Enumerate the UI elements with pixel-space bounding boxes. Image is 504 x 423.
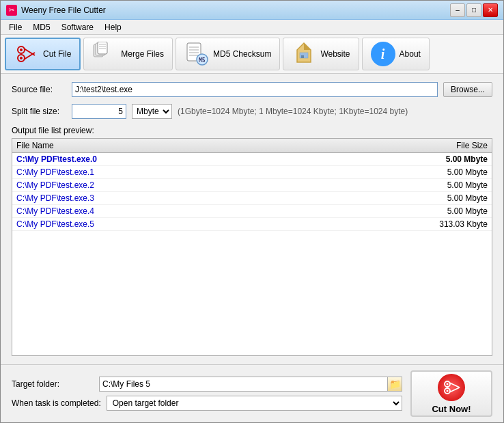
toolbar-merge-files[interactable]: Merge Files [83,38,173,70]
table-row: C:\My PDF\test.exe.1 5.00 Mbyte [12,166,492,179]
preview-label: Output file list preview: [12,126,492,135]
target-folder-row: Target folder: 📁 [12,377,402,392]
cut-file-icon [14,42,39,66]
main-content: Source file: Browse... Split file size: … [1,74,503,364]
toolbar-md5-checksum[interactable]: M5 MD5 Checksum [176,38,280,70]
table-body: C:\My PDF\test.exe.0 5.00 Mbyte C:\My PD… [12,153,492,310]
table-cell-name: C:\My PDF\test.exe.5 [16,219,406,229]
table-row: C:\My PDF\test.exe.4 5.00 Mbyte [12,205,492,218]
merge-files-label: Merge Files [121,49,164,59]
cut-now-icon [438,374,465,401]
table-cell-size: 5.00 Mbyte [406,180,488,190]
svg-line-25 [449,383,460,387]
maximize-button[interactable]: □ [466,3,481,17]
folder-input-wrap: 📁 [99,377,402,392]
window-controls: – □ ✕ [450,3,498,17]
split-label: Split file size: [12,107,66,116]
website-icon [292,42,316,66]
menu-md5[interactable]: MD5 [27,21,55,33]
table-cell-name: C:\My PDF\test.exe.3 [16,193,406,203]
folder-browse-button[interactable]: 📁 [387,377,402,392]
svg-line-3 [24,53,35,59]
cut-now-label: Cut Now! [432,404,471,414]
bottom-bar: Target folder: 📁 When task is completed:… [1,364,503,422]
svg-point-28 [447,390,449,392]
website-label: Website [320,49,350,59]
split-size-row: Split file size: Byte Kbyte Mbyte Gbyte … [12,104,492,119]
source-label: Source file: [12,85,66,94]
col-header-name: File Name [16,141,406,150]
about-label: About [400,49,421,59]
table-cell-name: C:\My PDF\test.exe.4 [16,206,406,216]
svg-marker-20 [304,43,311,50]
table-cell-size: 5.00 Mbyte [406,154,488,164]
window-title: Weeny Free File Cutter [21,5,106,15]
menu-file[interactable]: File [3,21,27,33]
toolbar-about[interactable]: i About [362,38,430,70]
title-bar-left: ✂ Weeny Free File Cutter [6,5,106,16]
toolbar: Cut File Merge Files [1,35,503,74]
svg-point-4 [20,49,23,51]
bottom-left: Target folder: 📁 When task is completed:… [12,377,402,411]
svg-text:M5: M5 [199,57,206,64]
split-unit-select[interactable]: Byte Kbyte Mbyte Gbyte [132,104,172,119]
merge-files-icon [92,42,117,66]
table-cell-size: 313.03 Kbyte [406,219,488,229]
toolbar-cut-file[interactable]: Cut File [5,38,81,70]
app-icon: ✂ [6,5,17,16]
browse-button[interactable]: Browse... [443,82,492,97]
table-cell-name: C:\My PDF\test.exe.0 [16,154,406,164]
cut-now-button[interactable]: Cut Now! [410,370,492,417]
table-cell-size: 5.00 Mbyte [406,206,488,216]
svg-rect-8 [98,42,107,54]
table-row: C:\My PDF\test.exe.0 5.00 Mbyte [12,153,492,166]
md5-checksum-icon: M5 [184,42,209,66]
minimize-button[interactable]: – [450,3,465,17]
svg-line-26 [449,387,460,392]
source-input[interactable] [72,82,438,97]
svg-point-5 [20,57,23,59]
menu-help[interactable]: Help [99,21,127,33]
task-label: When task is completed: [12,398,101,408]
preview-section: Output file list preview: File Name File… [12,126,492,356]
main-window: ✂ Weeny Free File Cutter – □ ✕ File MD5 … [0,0,504,423]
task-row: When task is completed: Open target fold… [12,396,402,411]
table-row: C:\My PDF\test.exe.5 313.03 Kbyte [12,218,492,231]
about-icon: i [371,42,395,66]
svg-point-27 [447,383,449,385]
table-cell-name: C:\My PDF\test.exe.2 [16,180,406,190]
table-header: File Name File Size [12,139,492,153]
table-cell-size: 5.00 Mbyte [406,167,488,177]
cut-file-label: Cut File [43,49,71,59]
col-header-size: File Size [406,141,488,150]
menu-software[interactable]: Software [56,21,99,33]
svg-rect-22 [301,55,304,58]
md5-label: MD5 Checksum [213,49,271,59]
table-cell-name: C:\My PDF\test.exe.1 [16,167,406,177]
split-size-input[interactable] [72,104,126,119]
file-table: File Name File Size C:\My PDF\test.exe.0… [12,138,492,356]
table-row: C:\My PDF\test.exe.2 5.00 Mbyte [12,179,492,192]
toolbar-website[interactable]: Website [283,38,359,70]
table-cell-size: 5.00 Mbyte [406,193,488,203]
menu-bar: File MD5 Software Help [1,20,503,35]
source-file-row: Source file: Browse... [12,82,492,97]
split-hint: (1Gbyte=1024 Mbyte; 1 Mbyte=1024 Kbyte; … [178,107,408,116]
target-folder-input[interactable] [99,377,387,392]
task-select[interactable]: Open target folder Do nothing Shutdown c… [107,396,402,411]
title-bar: ✂ Weeny Free File Cutter – □ ✕ [1,1,503,20]
target-label: Target folder: [12,379,94,389]
close-button[interactable]: ✕ [483,3,498,17]
table-row: C:\My PDF\test.exe.3 5.00 Mbyte [12,192,492,205]
